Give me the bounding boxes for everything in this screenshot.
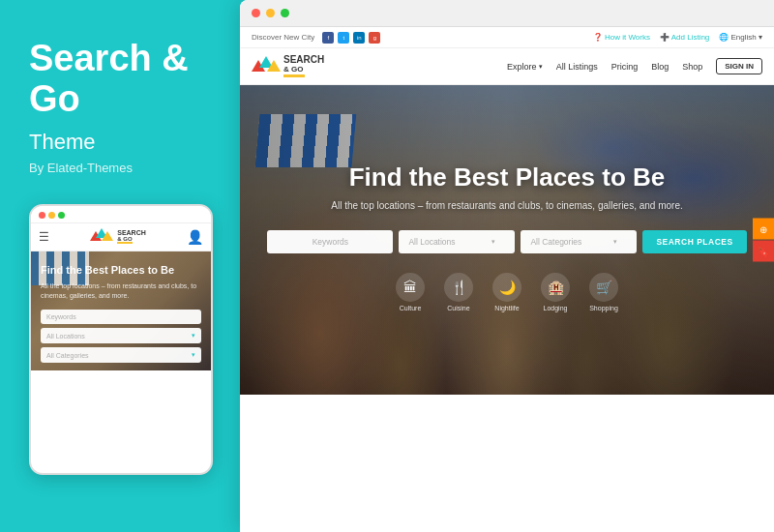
mobile-hero: Find the Best Places to Be All the top l… [31, 251, 211, 371]
facebook-icon[interactable]: f [322, 32, 334, 44]
site-logo: SEARCH & GO [252, 55, 324, 77]
signin-button[interactable]: SIGN IN [716, 58, 762, 74]
logo-underline [117, 242, 133, 244]
locations-dropdown-icon: ▾ [491, 238, 495, 246]
mobile-logo: SEARCH & GO [90, 228, 146, 246]
left-panel: Search & Go Theme By Elated-Themes ☰ [0, 0, 240, 532]
mobile-hero-title: Find the Best Places to Be [41, 263, 201, 277]
browser-content: Discover New City f t in g ❓ How it Work… [240, 27, 774, 532]
utility-right: ❓ How it Works ➕ Add Listing 🌐 English ▾ [593, 33, 762, 42]
hero-search-bar: Keywords All Locations ▾ All Categories … [259, 230, 755, 253]
mobile-categories-field[interactable]: All Categories ▾ [41, 347, 201, 363]
nav-explore[interactable]: Explore ▾ [507, 62, 543, 72]
mobile-dots [39, 212, 65, 219]
language-selector[interactable]: 🌐 English ▾ [719, 33, 762, 42]
theme-title: Search & Go [29, 39, 211, 120]
mobile-hamburger-icon[interactable]: ☰ [39, 230, 49, 244]
how-it-works-link[interactable]: ❓ How it Works [593, 33, 650, 42]
logo-underline [283, 74, 305, 77]
mobile-dot-green [58, 212, 65, 219]
mobile-user-icon[interactable]: 👤 [187, 229, 203, 245]
logo-icon [252, 56, 279, 77]
site-hero: ⊕ 🔖 Find the Best Places to Be All the t… [240, 85, 774, 395]
category-shopping[interactable]: 🛒 Shopping [589, 273, 618, 311]
shopping-icon: 🛒 [589, 273, 618, 302]
site-nav-links: Explore ▾ All Listings Pricing Blog Shop… [507, 58, 762, 74]
linkedin-icon[interactable]: in [353, 32, 365, 44]
discover-text: Discover New City [252, 33, 314, 42]
categories-dropdown-icon: ▾ [613, 238, 617, 246]
mobile-mockup: ☰ SEARCH & GO 👤 [29, 204, 213, 475]
hero-content: Find the Best Places to Be All the top l… [240, 85, 774, 331]
nightlife-icon: 🌙 [492, 273, 521, 302]
browser-chrome [240, 0, 774, 27]
mobile-top-bar [31, 206, 211, 223]
logo-triangle-yellow [102, 231, 113, 241]
mobile-hero-content: Find the Best Places to Be All the top l… [41, 263, 201, 364]
site-utility-bar: Discover New City f t in g ❓ How it Work… [240, 27, 774, 48]
mobile-hero-subtitle: All the top locations – from restaurants… [41, 281, 201, 301]
lodging-icon: 🏨 [541, 273, 570, 302]
social-icons: f t in g [322, 32, 380, 44]
locations-select[interactable]: All Locations ▾ [399, 230, 515, 253]
mobile-locations-field[interactable]: All Locations ▾ [41, 328, 201, 343]
explore-chevron-icon: ▾ [539, 63, 543, 71]
categories-chevron-icon: ▾ [192, 351, 195, 359]
search-places-button[interactable]: SEARCH PLACES [642, 230, 746, 253]
mobile-dot-red [39, 212, 45, 219]
categories-select[interactable]: All Categories ▾ [521, 230, 637, 253]
mobile-logo-text: SEARCH & GO [117, 229, 146, 244]
nav-all-listings[interactable]: All Listings [556, 62, 598, 72]
category-nightlife[interactable]: 🌙 Nightlife [492, 273, 521, 311]
logo-text-sub: & GO [283, 65, 324, 74]
site-nav: SEARCH & GO Explore ▾ All Listings Prici… [240, 48, 774, 85]
browser-mockup: Discover New City f t in g ❓ How it Work… [240, 0, 774, 532]
logo-text-main: SEARCH [283, 55, 324, 65]
category-lodging[interactable]: 🏨 Lodging [541, 273, 570, 311]
googleplus-icon[interactable]: g [369, 32, 380, 44]
nav-pricing[interactable]: Pricing [611, 62, 639, 72]
culture-icon: 🏛 [396, 273, 425, 302]
browser-dot-yellow[interactable] [266, 9, 275, 17]
logo-text: SEARCH & GO [283, 55, 324, 77]
mobile-nav: ☰ SEARCH & GO 👤 [31, 223, 211, 251]
category-culture[interactable]: 🏛 Culture [396, 273, 425, 311]
cuisine-icon: 🍴 [444, 273, 473, 302]
mobile-dot-yellow [48, 212, 55, 219]
theme-subtitle: Theme [29, 130, 211, 155]
category-cuisine[interactable]: 🍴 Cuisine [444, 273, 473, 311]
mobile-search-fields: Keywords All Locations ▾ All Categories … [41, 310, 201, 363]
hero-subtitle: All the top locations – from restaurants… [259, 200, 755, 211]
utility-left: Discover New City f t in g [252, 32, 380, 44]
hero-categories: 🏛 Culture 🍴 Cuisine 🌙 Nightlife 🏨 Lodgin… [259, 273, 755, 311]
sidebar-orange-button[interactable]: ⊕ [753, 219, 774, 240]
keywords-input[interactable]: Keywords [267, 230, 393, 253]
theme-author: By Elated-Themes [29, 161, 211, 175]
logo-tri-yellow [267, 60, 281, 72]
nav-blog[interactable]: Blog [651, 62, 669, 72]
sidebar-red-button[interactable]: 🔖 [753, 241, 774, 262]
add-listing-link[interactable]: ➕ Add Listing [660, 33, 709, 42]
nav-shop[interactable]: Shop [682, 62, 702, 72]
hero-title: Find the Best Places to Be [259, 163, 755, 192]
browser-dot-red[interactable] [252, 9, 260, 17]
browser-dot-green[interactable] [281, 9, 289, 17]
locations-chevron-icon: ▾ [192, 332, 195, 340]
sidebar-action-buttons: ⊕ 🔖 [753, 219, 774, 262]
mobile-keywords-field[interactable]: Keywords [41, 310, 201, 324]
twitter-icon[interactable]: t [338, 32, 349, 44]
